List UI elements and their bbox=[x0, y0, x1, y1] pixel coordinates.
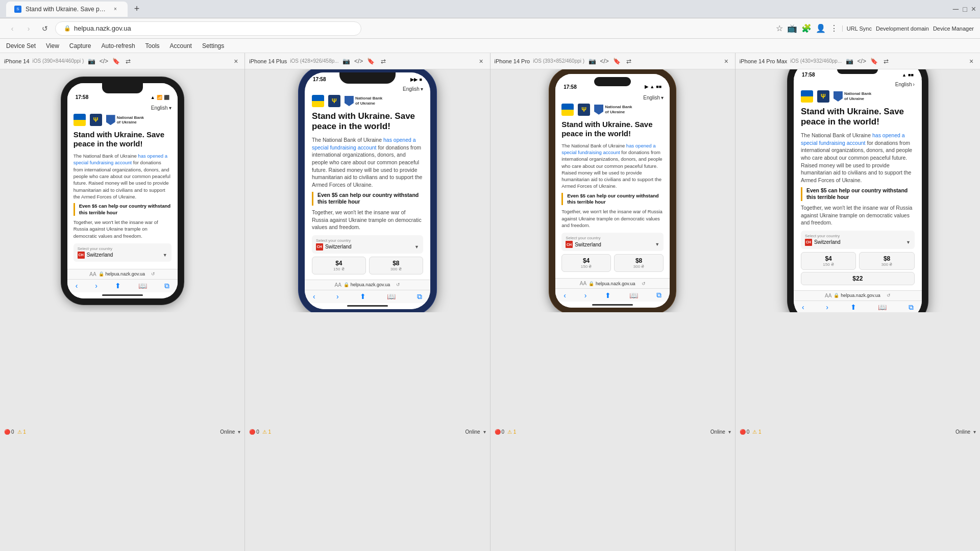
tabs-safari-14plus[interactable]: ⧉ bbox=[417, 292, 422, 301]
donation-btn-8-14promax[interactable]: $8 300 ₴ bbox=[859, 252, 915, 270]
screenshot-icon-14promax[interactable]: 📷 bbox=[845, 57, 854, 66]
close-panel-14pro[interactable]: × bbox=[722, 57, 731, 66]
inspect-icon-14promax[interactable]: 🔖 bbox=[869, 57, 878, 66]
lang-selector-14[interactable]: English ▾ bbox=[74, 105, 172, 111]
close-panel-14promax[interactable]: × bbox=[967, 57, 976, 66]
tabs-safari-14[interactable]: ⧉ bbox=[164, 282, 169, 290]
donation-btn-22-14promax[interactable]: $22 bbox=[801, 272, 915, 285]
refresh-button[interactable]: ↺ bbox=[39, 22, 51, 35]
donation-btn-4-14plus[interactable]: $4 150 ₴ bbox=[312, 257, 366, 274]
code-icon-14promax[interactable]: </> bbox=[857, 57, 866, 66]
donation-btn-8-14pro[interactable]: $8 300 ₴ bbox=[614, 254, 664, 272]
lang-selector-14promax[interactable]: English › bbox=[801, 82, 915, 87]
forward-safari-14promax[interactable]: › bbox=[826, 303, 828, 311]
forward-safari-14[interactable]: › bbox=[95, 282, 97, 290]
country-select-14plus[interactable]: Select your country CH Switzerland ▼ bbox=[312, 235, 423, 254]
inspect-icon-14pro[interactable]: 🔖 bbox=[612, 57, 621, 66]
restore-button[interactable]: □ bbox=[963, 5, 967, 13]
url-sync-label[interactable]: URL Sync bbox=[842, 26, 872, 32]
online-arrow-14pro[interactable]: ▾ bbox=[728, 429, 731, 435]
rotate-icon-14pro[interactable]: ⇄ bbox=[624, 57, 633, 66]
menu-capture[interactable]: Capture bbox=[69, 42, 91, 49]
device-panel-iphone14pro: iPhone 14 Pro iOS (393×852/460ppi ) 📷 </… bbox=[491, 53, 736, 551]
country-select-14[interactable]: Select your country CH Switzerland ▼ bbox=[74, 243, 172, 262]
share-safari-14promax[interactable]: ⬆ bbox=[850, 303, 856, 311]
inspect-icon-14[interactable]: 🔖 bbox=[111, 57, 120, 66]
bookmarks-safari-14[interactable]: 📖 bbox=[138, 282, 147, 290]
online-arrow-14[interactable]: ▾ bbox=[238, 429, 240, 435]
tabs-safari-14pro[interactable]: ⧉ bbox=[656, 291, 662, 299]
donation-btn-8-14plus[interactable]: $8 300 ₴ bbox=[369, 257, 423, 274]
rotate-icon-14plus[interactable]: ⇄ bbox=[379, 57, 388, 66]
menu-account[interactable]: Account bbox=[170, 42, 192, 49]
menu-view[interactable]: View bbox=[46, 42, 59, 49]
back-safari-14[interactable]: ‹ bbox=[76, 282, 78, 290]
minimize-button[interactable]: ─ bbox=[953, 5, 959, 14]
country-select-14promax[interactable]: Select your country CH Switzerland ▼ bbox=[801, 231, 915, 249]
refresh-small-14promax[interactable]: ↺ bbox=[887, 293, 891, 298]
tabs-safari-14promax[interactable]: ⧉ bbox=[909, 303, 914, 312]
extensions-icon[interactable]: 🧩 bbox=[801, 23, 812, 33]
bookmarks-safari-14pro[interactable]: 📖 bbox=[629, 291, 638, 299]
new-tab-button[interactable]: + bbox=[130, 2, 144, 16]
refresh-small-14pro[interactable]: ↺ bbox=[642, 281, 646, 286]
device-manager-label[interactable]: Device Manager bbox=[933, 26, 974, 32]
share-safari-14pro[interactable]: ⬆ bbox=[605, 291, 611, 299]
screenshot-icon-14[interactable]: 📷 bbox=[87, 57, 96, 66]
online-arrow-14plus[interactable]: ▾ bbox=[483, 429, 486, 435]
text-size-icon-14plus[interactable]: AA bbox=[335, 282, 341, 288]
back-safari-14plus[interactable]: ‹ bbox=[313, 292, 315, 300]
forward-safari-14pro[interactable]: › bbox=[584, 291, 587, 299]
cast-icon[interactable]: 📺 bbox=[787, 23, 797, 33]
bookmark-icon[interactable]: ☆ bbox=[776, 23, 783, 33]
url-small-14promax: helpua.nazk.gov.ua bbox=[841, 293, 880, 298]
donation-btn-4-14pro[interactable]: $4 150 ₴ bbox=[561, 254, 611, 272]
forward-button[interactable]: › bbox=[22, 22, 35, 35]
tab-close-button[interactable]: × bbox=[111, 5, 119, 13]
menu-settings[interactable]: Settings bbox=[202, 42, 224, 49]
share-safari-14[interactable]: ⬆ bbox=[115, 282, 121, 290]
share-safari-14plus[interactable]: ⬆ bbox=[360, 292, 366, 300]
country-select-14pro[interactable]: Select your country CH Switzerland ▼ bbox=[561, 233, 664, 251]
profile-icon[interactable]: 👤 bbox=[816, 23, 826, 33]
together-text-14promax: Together, we won't let the insane war of… bbox=[801, 204, 915, 227]
phone-content-14plus: English ▾ Ψ National Bankof Ukraine Stan… bbox=[305, 83, 430, 280]
code-icon-14[interactable]: </> bbox=[99, 57, 108, 66]
donation-btn-4-14promax[interactable]: $4 150 ₴ bbox=[801, 252, 856, 270]
text-size-icon-14promax[interactable]: AA bbox=[825, 293, 831, 298]
back-safari-14promax[interactable]: ‹ bbox=[802, 303, 804, 311]
close-panel-14plus[interactable]: × bbox=[477, 57, 486, 66]
browser-title-bar: S Stand with Ukraine. Save peace i... × … bbox=[0, 0, 980, 18]
menu-auto-refresh[interactable]: Auto-refresh bbox=[102, 42, 135, 49]
active-tab[interactable]: S Stand with Ukraine. Save peace i... × bbox=[6, 2, 128, 17]
close-panel-14[interactable]: × bbox=[231, 57, 240, 66]
url-input[interactable]: 🔒 helpua.nazk.gov.ua bbox=[55, 21, 361, 36]
lang-selector-14plus[interactable]: English ▾ bbox=[312, 86, 423, 92]
dev-domain-label[interactable]: Development domain bbox=[876, 26, 929, 32]
text-size-icon-14[interactable]: AA bbox=[89, 271, 96, 277]
back-button[interactable]: ‹ bbox=[6, 22, 18, 35]
text-size-icon-14pro[interactable]: AA bbox=[580, 281, 586, 286]
bookmarks-safari-14promax[interactable]: 📖 bbox=[878, 303, 887, 311]
rotate-icon-14[interactable]: ⇄ bbox=[124, 57, 133, 66]
menu-device-set[interactable]: Device Set bbox=[6, 42, 36, 49]
screenshot-icon-14pro[interactable]: 📷 bbox=[587, 57, 597, 66]
code-icon-14pro[interactable]: </> bbox=[600, 57, 609, 66]
online-arrow-14promax[interactable]: ▾ bbox=[973, 429, 976, 435]
screenshot-icon-14plus[interactable]: 📷 bbox=[342, 57, 351, 66]
country-name-14: Switzerland bbox=[87, 252, 113, 258]
code-icon-14plus[interactable]: </> bbox=[354, 57, 363, 66]
bookmarks-safari-14plus[interactable]: 📖 bbox=[387, 292, 396, 300]
close-button[interactable]: × bbox=[971, 5, 976, 14]
sub-4-14plus: 150 ₴ bbox=[314, 267, 363, 271]
menu-icon[interactable]: ⋮ bbox=[830, 23, 838, 33]
refresh-small-14[interactable]: ↺ bbox=[151, 271, 155, 277]
back-safari-14pro[interactable]: ‹ bbox=[564, 291, 566, 299]
inspect-icon-14plus[interactable]: 🔖 bbox=[366, 57, 376, 66]
lang-selector-14pro[interactable]: English ▾ bbox=[561, 95, 664, 101]
donation-btns-14pro: $4 150 ₴ $8 300 ₴ bbox=[561, 254, 664, 272]
menu-tools[interactable]: Tools bbox=[145, 42, 160, 49]
refresh-small-14plus[interactable]: ↺ bbox=[396, 282, 400, 287]
forward-safari-14plus[interactable]: › bbox=[336, 292, 339, 300]
rotate-icon-14promax[interactable]: ⇄ bbox=[881, 57, 891, 66]
